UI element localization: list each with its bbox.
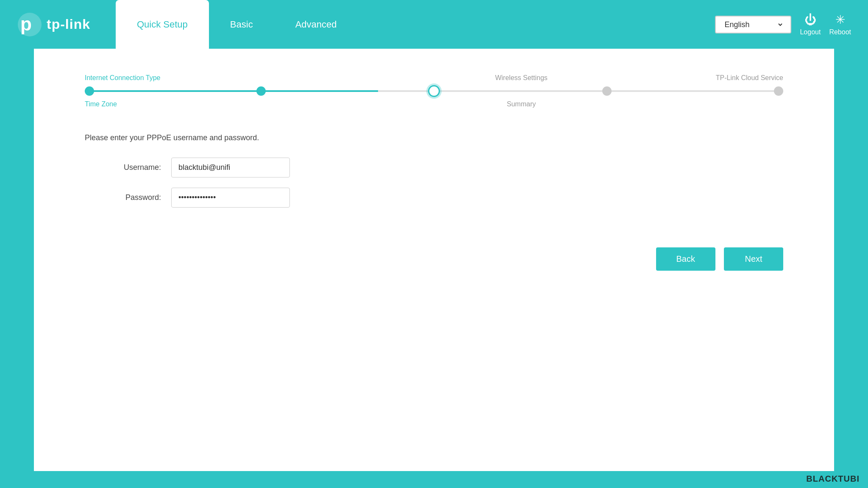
step-label-empty-right (609, 100, 783, 108)
username-label: Username: (85, 163, 161, 172)
step-top-labels: Internet Connection Type Wireless Settin… (85, 74, 783, 82)
password-label: Password: (85, 193, 161, 202)
step-dot-2 (256, 86, 266, 96)
step-label-wireless: Wireless Settings (434, 74, 609, 82)
header: p tp-link Quick Setup Basic Advanced Eng… (0, 0, 868, 49)
tplink-logo-icon: p (17, 12, 42, 37)
step-label-cloud: TP-Link Cloud Service (609, 74, 783, 82)
reboot-icon: ✳ (835, 13, 845, 27)
tab-quick-setup[interactable]: Quick Setup (116, 0, 209, 49)
logout-icon: ⏻ (804, 13, 816, 27)
header-controls: English Chinese French German Spanish ⏻ … (715, 13, 851, 36)
password-row: Password: (85, 188, 783, 208)
back-button[interactable]: Back (656, 247, 715, 271)
tab-basic[interactable]: Basic (209, 0, 274, 49)
reboot-button[interactable]: ✳ Reboot (829, 13, 851, 36)
step-label-summary: Summary (434, 100, 609, 108)
step-label-empty-bottom (259, 100, 434, 108)
form-section: Please enter your PPPoE username and pas… (59, 129, 809, 235)
username-row: Username: (85, 158, 783, 177)
steps-row (85, 85, 783, 97)
bottom-fill (0, 471, 868, 488)
language-selector[interactable]: English Chinese French German Spanish (715, 16, 791, 33)
step-dot-1 (85, 86, 94, 96)
step-dot-5 (774, 86, 783, 96)
step-bar (85, 85, 783, 97)
username-input[interactable] (171, 158, 290, 177)
step-label-empty (259, 74, 434, 82)
tab-advanced[interactable]: Advanced (274, 0, 358, 49)
main-content: Internet Connection Type Wireless Settin… (34, 49, 834, 471)
step-bottom-labels: Time Zone Summary (85, 100, 783, 108)
step-dot-4 (602, 86, 612, 96)
progress-section: Internet Connection Type Wireless Settin… (59, 66, 809, 108)
password-input[interactable] (171, 188, 290, 208)
logo[interactable]: p tp-link (17, 12, 90, 37)
language-dropdown[interactable]: English Chinese French German Spanish (723, 20, 784, 29)
nav-tabs: Quick Setup Basic Advanced (116, 0, 715, 49)
step-label-internet: Internet Connection Type (85, 74, 259, 82)
button-row: Back Next (59, 235, 809, 271)
logout-button[interactable]: ⏻ Logout (800, 13, 821, 36)
step-label-timezone: Time Zone (85, 100, 259, 108)
next-button[interactable]: Next (724, 247, 783, 271)
step-dot-3-current (428, 85, 440, 97)
svg-text:p: p (20, 14, 32, 34)
logo-text: tp-link (47, 17, 90, 32)
watermark: BLACKTUBI (806, 474, 860, 484)
form-description: Please enter your PPPoE username and pas… (85, 133, 783, 142)
